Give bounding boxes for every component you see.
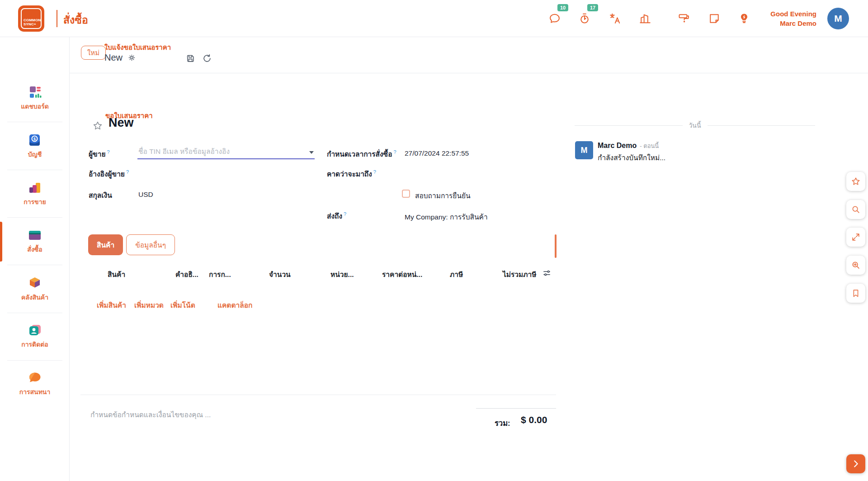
message-body: กำลังสร้างบันทึกใหม่...: [598, 152, 665, 163]
tab-products[interactable]: สินค้า: [88, 234, 123, 255]
tips-lightbulb-icon[interactable]: [738, 12, 750, 25]
vendor-label: ผู้ขาย?: [89, 148, 110, 160]
app-sidebar: แดชบอร์ด $ บัญชี การขาย สั่งซื้อ คลังสิน…: [0, 37, 70, 481]
next-panel-button[interactable]: [846, 454, 865, 473]
vendor-field: [137, 146, 315, 159]
sidebar-separator: [7, 313, 62, 313]
date-divider-label: วันนี้: [689, 120, 701, 130]
dashboard-icon: [27, 84, 43, 100]
accounting-icon: $: [27, 132, 43, 148]
col-header-product: สินค้า: [108, 269, 125, 280]
catalog-link[interactable]: แคตตาล็อก: [217, 300, 252, 311]
ask-confirmation-label: สอบถามการยืนยัน: [415, 190, 471, 201]
order-deadline-value[interactable]: 27/07/2024 22:57:55: [405, 149, 469, 157]
sidebar-item-inventory[interactable]: คลังสินค้า: [0, 275, 70, 302]
note-icon[interactable]: [708, 12, 721, 25]
help-marker: ?: [107, 149, 109, 155]
add-section-link[interactable]: เพิ่มหมวด: [134, 300, 164, 311]
sidebar-item-contacts[interactable]: การติดต่อ: [0, 322, 70, 349]
search-float-button[interactable]: [846, 200, 865, 219]
zoom-in-float-button[interactable]: [846, 256, 865, 275]
rfq-form-sheet: ขอใบเสนอราคา New ผู้ขาย? อ้างอิงผู้ขาย? …: [70, 73, 566, 481]
help-marker: ?: [126, 169, 129, 175]
sidebar-item-purchase[interactable]: สั่งซื้อ: [0, 227, 70, 254]
bookmark-float-button[interactable]: [846, 284, 865, 303]
messages-icon[interactable]: [548, 12, 561, 25]
expand-icon: [851, 232, 861, 242]
sidebar-item-discuss[interactable]: การสนทนา: [0, 370, 70, 397]
ask-confirmation-checkbox[interactable]: [402, 190, 410, 198]
message-timestamp: - ตอนนี้: [640, 141, 659, 151]
currency-value[interactable]: USD: [138, 190, 153, 199]
col-header-quantity: จำนวน: [269, 269, 291, 280]
translate-icon[interactable]: [609, 12, 621, 25]
svg-text:$: $: [33, 137, 36, 141]
save-record-icon[interactable]: [185, 53, 195, 63]
sidebar-item-dashboard[interactable]: แดชบอร์ด: [0, 84, 70, 111]
col-header-description: คำอธิ...: [175, 269, 198, 280]
common-sync-logo[interactable]: COMMON SYNC+: [18, 5, 44, 32]
help-marker: ?: [373, 169, 376, 175]
paint-roller-icon[interactable]: [678, 12, 690, 25]
messages-count-badge: 10: [557, 4, 568, 11]
breadcrumb-parent-link[interactable]: ใบแจ้งขอใบเสนอราคา: [104, 42, 171, 53]
terms-placeholder[interactable]: กำหนดข้อกำหนดและเงื่อนไขของคุณ ...: [90, 409, 211, 420]
help-marker: ?: [393, 149, 396, 155]
bookmark-icon: [851, 288, 861, 298]
col-header-unit-price: ราคาต่อหน่...: [382, 269, 422, 280]
discuss-icon: [27, 370, 43, 386]
currency-label: สกุลเงิน: [89, 190, 112, 201]
breadcrumb-current: New: [104, 52, 123, 63]
discard-changes-icon[interactable]: [202, 53, 212, 63]
new-record-badge: ใหม่: [81, 46, 106, 60]
expand-float-button[interactable]: [846, 228, 865, 247]
user-greeting: Good Evening Marc Demo: [770, 9, 816, 28]
col-header-uom: หน่วย...: [330, 269, 354, 280]
vendor-input[interactable]: [137, 146, 315, 159]
message-avatar[interactable]: M: [575, 141, 593, 159]
control-panel: ใหม่ ใบแจ้งขอใบเสนอราคา New: [70, 37, 868, 73]
gear-icon[interactable]: [127, 53, 136, 62]
col-header-subtotal: ไม่รวมภาษี: [503, 269, 536, 280]
favorite-star-icon[interactable]: [92, 120, 103, 131]
sidebar-separator: [7, 360, 62, 361]
tab-other-info[interactable]: ข้อมูลอื่นๆ: [126, 234, 175, 255]
sidebar-item-sales[interactable]: การขาย: [0, 180, 70, 207]
sidebar-separator: [7, 122, 62, 122]
purchase-icon: [27, 227, 43, 243]
sidebar-separator: [7, 217, 62, 218]
optional-columns-icon[interactable]: [542, 269, 551, 277]
sales-icon: [27, 180, 43, 196]
favorites-float-button[interactable]: [846, 172, 865, 191]
deliver-to-label: ส่งถึง?: [327, 210, 346, 222]
total-label: รวม:: [495, 417, 510, 429]
total-value: $ 0.00: [521, 414, 547, 425]
greeting-line2: Marc Demo: [770, 19, 816, 28]
help-marker: ?: [344, 211, 346, 217]
add-note-link[interactable]: เพิ่มโน้ต: [170, 300, 195, 311]
inventory-icon: [27, 275, 43, 291]
col-header-scheduled: การก...: [209, 269, 231, 280]
add-product-link[interactable]: เพิ่มสินค้า: [97, 300, 126, 311]
topbar: COMMON SYNC+ สั่งซื้อ 10 17 Good Evening…: [0, 0, 868, 37]
doc-name-heading: New: [108, 116, 134, 130]
total-divider: [476, 408, 556, 409]
activities-count-badge: 17: [587, 4, 598, 11]
brand-divider: [57, 10, 57, 27]
date-divider: วันนี้: [575, 120, 815, 130]
chevron-right-icon: [851, 459, 861, 469]
deliver-to-value[interactable]: My Company: การรับสินค้า: [405, 211, 488, 223]
star-icon: [851, 176, 861, 186]
company-building-icon[interactable]: [639, 12, 651, 25]
zoom-in-icon: [851, 260, 861, 270]
vendor-reference-label: อ้างอิงผู้ขาย?: [89, 168, 129, 180]
logo-text-line1: COMMON: [24, 18, 39, 23]
user-avatar[interactable]: M: [827, 8, 849, 29]
sidebar-item-accounting[interactable]: $ บัญชี: [0, 132, 70, 159]
sidebar-separator: [7, 170, 62, 170]
activities-icon[interactable]: [578, 12, 591, 25]
scrollbar-thumb[interactable]: [555, 234, 557, 258]
message-author[interactable]: Marc Demo: [598, 142, 637, 150]
contacts-icon: [27, 322, 43, 338]
greeting-line1: Good Evening: [770, 9, 816, 19]
